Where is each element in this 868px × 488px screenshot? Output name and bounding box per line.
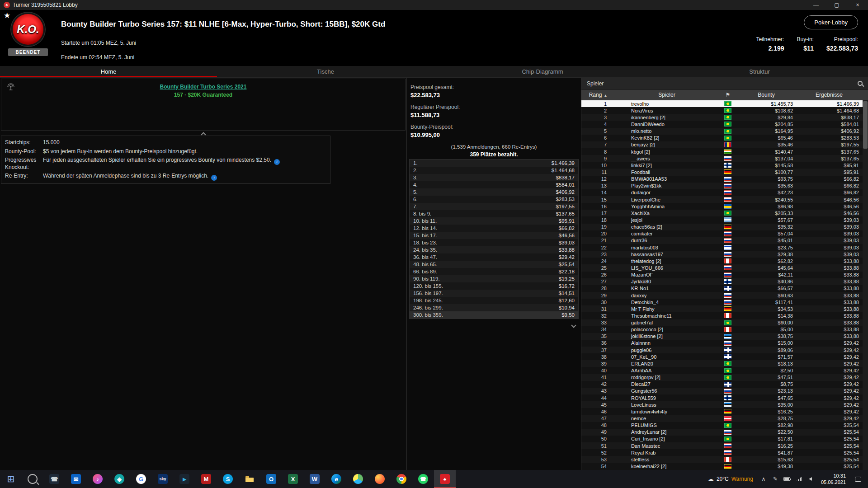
player-row[interactable]: 20camikater$57,04$39,03 <box>581 230 863 237</box>
player-row[interactable]: 18jesjol$57,67$39,03 <box>581 216 863 223</box>
payout-row[interactable]: 6.$283,53 <box>410 196 578 203</box>
pen-icon[interactable]: ✎ <box>769 470 781 488</box>
tab-home[interactable]: Home <box>0 66 217 77</box>
player-row[interactable]: 41rodrigorpv [2]$47,51$29,42 <box>581 374 863 381</box>
column-rang[interactable]: Rang▲ <box>581 92 615 98</box>
payout-row[interactable]: 246. bis 299.$10,94 <box>410 304 578 311</box>
player-row[interactable]: 5mlo.netto$164,95$406,92 <box>581 128 863 135</box>
player-row[interactable]: 29daxxxy$60,63$33,88 <box>581 292 863 299</box>
payout-row[interactable]: 2.$1.464,68 <box>410 167 578 174</box>
google-icon-cell[interactable]: G <box>130 470 152 488</box>
info-icon[interactable]: i <box>274 159 280 165</box>
player-row[interactable]: 45LoveLinuss$35,00$29,42 <box>581 401 863 408</box>
player-row[interactable]: 14dudaigor$42,23$66,82 <box>581 189 863 196</box>
player-row[interactable]: 12BMWA001AA53$93,75$66,82 <box>581 176 863 183</box>
promo-link-event[interactable]: 157 - $20K Guaranteed <box>1 92 405 98</box>
player-row[interactable]: 52Royal Krab$41,87$25,54 <box>581 449 863 456</box>
player-row[interactable]: 17XachiXa$205,33$46,56 <box>581 210 863 216</box>
taskbar-search-icon-cell[interactable] <box>22 470 43 488</box>
tab-struktur[interactable]: Struktur <box>651 66 868 77</box>
player-row[interactable]: 44ROYAL559$47,65$29,42 <box>581 394 863 401</box>
file-explorer-icon-cell[interactable] <box>239 470 260 488</box>
player-row[interactable]: 51Dan Masstec$16,25$25,54 <box>581 442 863 449</box>
column-bounty[interactable]: Bounty <box>737 92 796 98</box>
mail-red-icon-cell[interactable]: M <box>195 470 217 488</box>
player-row[interactable]: 21durrr36$45,01$39,03 <box>581 237 863 244</box>
payout-row[interactable]: 24. bis 35.$33,88 <box>410 246 578 253</box>
word-icon-cell[interactable]: W <box>304 470 326 488</box>
payout-row[interactable]: 3.$838,17 <box>410 174 578 181</box>
outlook-icon-cell[interactable]: O <box>260 470 282 488</box>
player-row[interactable]: 2NoraVirus$108,62$1.464,68 <box>581 107 863 114</box>
network-icon[interactable] <box>793 470 805 488</box>
weather-widget[interactable]: ☁ 20°C Warnung <box>703 475 758 483</box>
player-row[interactable]: 22markitos003$23,75$39,03 <box>581 244 863 251</box>
column-flag flag-header-icon[interactable]: ⚑ <box>719 92 737 98</box>
payout-row[interactable]: 12. bis 14.$66,82 <box>410 225 578 232</box>
player-row[interactable]: 43Gungster56$23,13$29,42 <box>581 388 863 394</box>
prime-video-icon-cell[interactable]: ▶ <box>174 470 195 488</box>
player-row[interactable]: 48PELUMIGS$82,98$25,54 <box>581 422 863 429</box>
payout-row[interactable]: 7.$197,55 <box>410 203 578 210</box>
players-scrollbar[interactable] <box>863 100 868 470</box>
taskbar-clock[interactable]: 10:31 05.06.2021 <box>816 473 850 486</box>
payout-row[interactable]: 198. bis 245.$12,60 <box>410 297 578 304</box>
player-row[interactable]: 32Thesubmachine11$14,38$33,88 <box>581 312 863 319</box>
payout-row[interactable]: 18. bis 23.$39,03 <box>410 239 578 246</box>
player-row[interactable]: 46turndown4wh4ty$16,25$29,42 <box>581 408 863 415</box>
mail-icon-cell[interactable]: ✉ <box>65 470 87 488</box>
player-row[interactable]: 37puggie06$89,06$29,42 <box>581 347 863 353</box>
edge-icon-cell[interactable]: e <box>326 470 347 488</box>
show-desktop-button[interactable] <box>866 470 868 488</box>
whatsapp-icon-cell[interactable]: ☎ <box>412 470 434 488</box>
payout-row[interactable]: 156. bis 197.$14,51 <box>410 290 578 297</box>
payout-row[interactable]: 5.$406,92 <box>410 188 578 196</box>
player-row[interactable]: 54koelnerhai22 [2]$49,38$25,54 <box>581 463 863 469</box>
player-row[interactable]: 35jokill6stone [2]$38,75$33,88 <box>581 333 863 340</box>
player-row[interactable]: 47nemce$28,75$29,42 <box>581 415 863 422</box>
payout-row[interactable]: 1.$1.466,39 <box>410 160 578 167</box>
close-icon[interactable]: × <box>847 0 868 10</box>
player-row[interactable]: 3ikannenberg [2]$29,84$838,17 <box>581 114 863 121</box>
player-row[interactable]: 53steffless$15,63$25,54 <box>581 456 863 463</box>
player-row[interactable]: 19chaco56as [2]$35,32$39,03 <box>581 224 863 230</box>
start-icon-cell[interactable]: ⊞ <box>0 470 22 488</box>
tray-expand-icon[interactable]: ∧ <box>758 470 769 488</box>
info-icon[interactable]: i <box>211 175 217 181</box>
column-spieler[interactable]: Spieler <box>615 92 719 98</box>
poker-lobby-button[interactable]: Poker-Lobby <box>804 15 858 29</box>
player-row[interactable]: 40AArribAA$2,50$29,42 <box>581 367 863 374</box>
player-row[interactable]: 49AndreyLunar [2]$22,50$25,54 <box>581 429 863 436</box>
player-row[interactable]: 11Foodball$100,77$95,91 <box>581 169 863 175</box>
player-row[interactable]: 8kbgol [2]$140,47$137,65 <box>581 148 863 155</box>
player-row[interactable]: 10linkki7 [2]$145,58$95,91 <box>581 162 863 169</box>
player-row[interactable]: 6KevinK82 [2]$65,46$283,53 <box>581 135 863 141</box>
players-scrollbar-thumb[interactable] <box>863 101 868 149</box>
tab-tische[interactable]: Tische <box>217 66 434 77</box>
player-row[interactable]: 15LiverpoolChe$240,55$46,56 <box>581 196 863 203</box>
sky-icon-cell[interactable]: sky <box>152 470 174 488</box>
player-row[interactable]: 9__awers$137,04$137,65 <box>581 155 863 162</box>
payout-row[interactable]: 48. bis 65.$25,54 <box>410 261 578 268</box>
promo-link-series[interactable]: Bounty Builder Turbo Series 2021 <box>1 84 405 90</box>
search-icon[interactable] <box>858 81 863 86</box>
player-row[interactable]: 34polacococo [2]$5,00$33,88 <box>581 326 863 333</box>
player-row[interactable]: 39ERLAN20$18,13$29,42 <box>581 360 863 367</box>
payout-row[interactable]: 300. bis 359.$9,50 <box>410 311 578 319</box>
player-row[interactable]: 7benjayz [2]$35,46$197,55 <box>581 141 863 148</box>
chrome-icon-cell[interactable] <box>391 470 412 488</box>
player-row[interactable]: 3807_KeL_90$71,57$29,42 <box>581 353 863 360</box>
player-row[interactable]: 42Diecal27$8,75$29,42 <box>581 381 863 388</box>
excel-icon-cell[interactable]: X <box>282 470 304 488</box>
phone-icon-cell[interactable]: ☎ <box>43 470 65 488</box>
payout-row[interactable]: 8. bis 9.$137,65 <box>410 210 578 217</box>
player-row[interactable]: 16YogghhhAmina$86,98$46,56 <box>581 203 863 210</box>
chromium-icon-cell[interactable] <box>347 470 369 488</box>
battery-icon[interactable] <box>781 470 793 488</box>
payout-row[interactable]: 90. bis 119.$19,25 <box>410 275 578 282</box>
player-row[interactable]: 23hassansas197$29,38$39,03 <box>581 251 863 258</box>
player-row[interactable]: 13Play2win$1kk$35,63$66,82 <box>581 183 863 189</box>
player-row[interactable]: 1trevolho$1.455,73$1.466,39 <box>581 100 863 107</box>
payout-row[interactable]: 15. bis 17.$46,56 <box>410 232 578 239</box>
pokerstars-icon-cell[interactable]: ♠ <box>434 470 456 488</box>
